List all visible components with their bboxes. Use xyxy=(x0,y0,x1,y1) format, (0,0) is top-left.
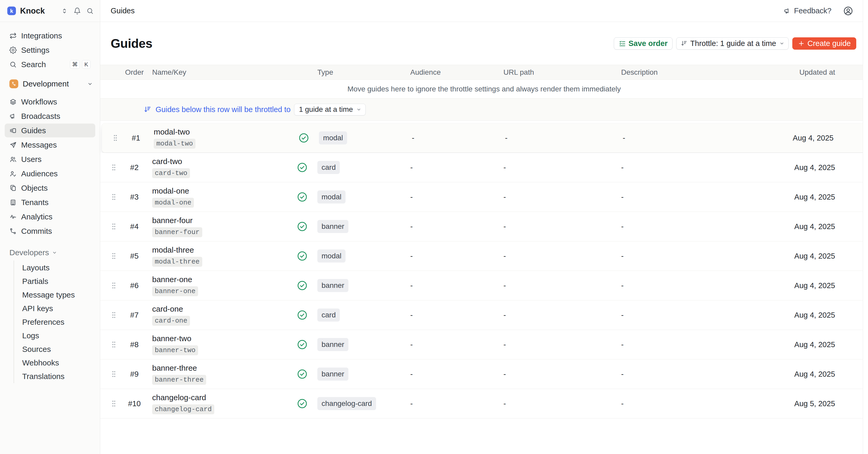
description-value: - xyxy=(617,252,774,260)
integrations-icon xyxy=(9,32,17,39)
sidebar-item-guides[interactable]: Guides xyxy=(5,123,95,137)
drag-handle-icon[interactable] xyxy=(111,399,117,408)
guides-table-body: #1 modal-two modal-two modal - - - Aug 4… xyxy=(100,123,868,419)
sidebar-item-partials[interactable]: Partials xyxy=(14,275,100,288)
table-row[interactable]: #4 banner-four banner-four banner - - - … xyxy=(100,212,868,242)
sidebar-item-messages[interactable]: Messages xyxy=(5,138,95,152)
dropzone-hint-text: Move guides here to ignore the throttle … xyxy=(347,85,621,93)
active-check-icon xyxy=(297,280,308,291)
updated-at-value: Aug 4, 2025 xyxy=(774,281,868,290)
description-value: - xyxy=(619,134,775,142)
sidebar-item-label: Search xyxy=(21,60,46,69)
sidebar-item-tenants[interactable]: Tenants xyxy=(5,195,95,209)
updated-at-value: Aug 4, 2025 xyxy=(775,134,866,142)
throttle-divider-row: Guides below this row will be throttled … xyxy=(100,98,868,121)
chevron-down-icon xyxy=(779,40,785,46)
sidebar-item-label: Messages xyxy=(21,141,57,149)
sidebar-item-settings[interactable]: Settings xyxy=(5,43,95,57)
sort-descending-icon xyxy=(144,106,151,113)
description-value: - xyxy=(617,163,774,172)
sidebar-item-search[interactable]: Search ⌘ K xyxy=(5,57,95,71)
sidebar-item-preferences[interactable]: Preferences xyxy=(14,315,100,329)
sidebar-item-analytics[interactable]: Analytics xyxy=(5,210,95,224)
drag-handle-icon[interactable] xyxy=(111,163,117,172)
description-value: - xyxy=(617,399,774,408)
sidebar-item-label: Integrations xyxy=(21,31,62,40)
sidebar-item-logs[interactable]: Logs xyxy=(14,329,100,342)
table-row[interactable]: #8 banner-two banner-two banner - - - Au… xyxy=(100,330,868,360)
sidebar-item-translations[interactable]: Translations xyxy=(14,370,100,383)
audience-value: - xyxy=(407,311,500,319)
unthrottled-dropzone[interactable]: Move guides here to ignore the throttle … xyxy=(100,80,868,98)
type-badge: banner xyxy=(317,220,348,233)
active-check-icon xyxy=(297,398,308,409)
table-row[interactable]: #3 modal-one modal-one modal - - - Aug 4… xyxy=(100,182,868,212)
sidebar-item-webhooks[interactable]: Webhooks xyxy=(14,356,100,370)
sidebar-item-sources[interactable]: Sources xyxy=(14,342,100,356)
sidebar-item-workflows[interactable]: Workflows xyxy=(5,95,95,109)
create-guide-button[interactable]: Create guide xyxy=(792,37,856,50)
url-path-value: - xyxy=(500,370,617,378)
url-path-value: - xyxy=(500,281,617,290)
workspace-unfold-icon[interactable] xyxy=(61,7,68,15)
url-path-value: - xyxy=(500,340,617,349)
sidebar-item-label: Broadcasts xyxy=(21,112,60,121)
sidebar-item-message-types[interactable]: Message types xyxy=(14,288,100,302)
drag-handle-icon[interactable] xyxy=(113,134,118,142)
sidebar-item-integrations[interactable]: Integrations xyxy=(5,29,95,42)
table-row[interactable]: #2 card-two card-two card - - - Aug 4, 2… xyxy=(100,153,868,182)
development-env-icon xyxy=(9,79,18,88)
column-header-type: Type xyxy=(316,68,407,77)
table-row[interactable]: #6 banner-one banner-one banner - - - Au… xyxy=(100,271,868,301)
layers-icon xyxy=(9,98,17,106)
type-badge: banner xyxy=(317,368,348,380)
scrollbar-gutter[interactable] xyxy=(863,0,868,454)
active-check-icon xyxy=(297,192,308,202)
sidebar-item-audiences[interactable]: Audiences xyxy=(5,167,95,180)
description-value: - xyxy=(617,311,774,319)
feedback-button[interactable]: Feedback? xyxy=(784,6,832,15)
url-path-value: - xyxy=(500,193,617,201)
sidebar-item-label: Webhooks xyxy=(22,359,59,367)
table-row[interactable]: #7 card-one card-one card - - - Aug 4, 2… xyxy=(100,301,868,330)
drag-handle-icon[interactable] xyxy=(111,370,117,378)
guide-key-badge: card-two xyxy=(152,168,190,178)
audience-value: - xyxy=(407,340,500,349)
sidebar-item-broadcasts[interactable]: Broadcasts xyxy=(5,109,95,123)
type-badge: modal xyxy=(319,132,347,144)
table-row[interactable]: #5 modal-three modal-three modal - - - A… xyxy=(100,242,868,271)
search-icon[interactable] xyxy=(86,7,94,15)
notifications-bell-icon[interactable] xyxy=(73,7,81,15)
drag-handle-icon[interactable] xyxy=(111,222,117,231)
table-row[interactable]: #1 modal-two modal-two modal - - - Aug 4… xyxy=(102,123,866,152)
description-value: - xyxy=(617,281,774,290)
sidebar-item-api-keys[interactable]: API keys xyxy=(14,302,100,315)
breadcrumb: Guides xyxy=(111,6,135,15)
drag-handle-icon[interactable] xyxy=(111,311,117,319)
row-order: #8 xyxy=(123,340,146,349)
drag-handle-icon[interactable] xyxy=(111,193,117,201)
sidebar-item-label: Audiences xyxy=(21,169,58,178)
drag-handle-icon[interactable] xyxy=(111,281,117,290)
sidebar-item-commits[interactable]: Commits xyxy=(5,224,95,238)
guide-name: modal-one xyxy=(152,187,288,195)
updated-at-value: Aug 5, 2025 xyxy=(774,399,868,408)
account-avatar-icon[interactable] xyxy=(843,6,854,16)
url-path-value: - xyxy=(502,134,619,142)
row-order: #4 xyxy=(123,222,146,231)
table-row[interactable]: #10 changelog-card changelog-card change… xyxy=(100,389,868,419)
sidebar-item-objects[interactable]: Objects xyxy=(5,181,95,195)
drag-handle-icon[interactable] xyxy=(111,252,117,260)
save-order-button[interactable]: Save order xyxy=(614,37,673,50)
table-row[interactable]: #9 banner-three banner-three banner - - … xyxy=(100,360,868,389)
type-badge: modal xyxy=(317,191,345,203)
drag-handle-icon[interactable] xyxy=(111,340,117,349)
throttle-dropdown-button[interactable]: Throttle: 1 guide at a time xyxy=(676,37,789,50)
sidebar-item-layouts[interactable]: Layouts xyxy=(14,261,100,275)
environment-switcher[interactable]: Development xyxy=(5,77,95,91)
guide-name: changelog-card xyxy=(152,393,288,402)
throttle-value-select[interactable]: 1 guide at a time xyxy=(294,104,366,115)
sidebar-item-users[interactable]: Users xyxy=(5,152,95,166)
guide-key-badge: modal-two xyxy=(154,139,195,149)
developers-section-toggle[interactable]: Developers xyxy=(0,248,100,257)
